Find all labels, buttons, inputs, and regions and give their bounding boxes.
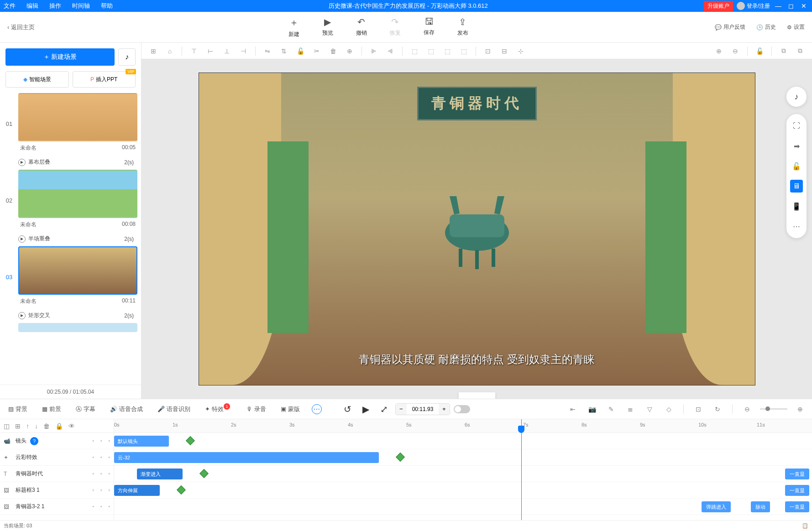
title-sign[interactable]: 青铜器时代 [417, 87, 537, 120]
lock-canvas-icon[interactable]: 🔓 [753, 45, 766, 57]
tool-预览[interactable]: ▶预览 [322, 16, 333, 38]
timeline-tracks[interactable]: 0s1s2s3s4s5s6s7s8s9s10s11s 默认镜头云-32渐变进入一… [114, 419, 812, 520]
scene-item-01[interactable]: 01 未命名00:05 [4, 93, 137, 155]
tl-del-icon[interactable]: 🗑 [43, 422, 50, 430]
scene-transition[interactable]: ▶半场重叠 2(s) [4, 233, 137, 246]
keyframe[interactable] [186, 436, 195, 445]
tl-icon-1[interactable]: ⇤ [566, 403, 579, 416]
canvas-viewport[interactable]: 📹 青铜器时代 青铜器以其质硬 耐磨损的特点 受到奴隶主的青睐 ♪ ⛶ ➡ 🔓 … [141, 59, 812, 399]
tl-lock-icon[interactable]: 🔒 [55, 422, 63, 430]
help-icon[interactable]: ? [30, 437, 38, 445]
clip[interactable]: 渐变进入 [137, 469, 183, 479]
tl-marker-icon[interactable]: ⊡ [692, 403, 705, 416]
time-plus-button[interactable]: + [439, 404, 450, 415]
menu-help[interactable]: 帮助 [101, 2, 113, 10]
align-mid-icon[interactable]: ⊢ [204, 45, 217, 57]
minimize-button[interactable]: — [774, 1, 783, 10]
zoom-in-icon[interactable]: ⊕ [712, 45, 725, 57]
ai-scene-button[interactable]: ◆智能场景 [5, 71, 69, 88]
scene-item-04[interactable] [4, 323, 137, 332]
track-label-云彩特效[interactable]: ✦云彩特效••• [0, 449, 114, 466]
time-minus-button[interactable]: − [396, 404, 407, 415]
dist-v-icon[interactable]: ⫷ [384, 45, 397, 57]
maximize-button[interactable]: ◻ [786, 1, 796, 10]
mobile-icon[interactable]: 📱 [790, 200, 803, 213]
copy-icon[interactable]: ⧉ [777, 45, 790, 57]
tool-新建[interactable]: ＋新建 [288, 16, 299, 38]
clipboard-icon[interactable]: 📋 [802, 523, 808, 529]
track-row[interactable]: 云-32 [114, 449, 812, 466]
center-icon[interactable]: ⊹ [514, 45, 527, 57]
zoom-slider[interactable] [760, 408, 787, 410]
track-badge[interactable]: 一直显 [785, 469, 809, 479]
scene-item-03[interactable]: 03 未命名00:11 [4, 246, 137, 308]
flip-v-icon[interactable]: ⇅ [278, 45, 290, 57]
login-button[interactable]: 登录/注册 [737, 2, 770, 10]
track-label-镜头[interactable]: 📹镜头?••• [0, 433, 114, 449]
target-icon[interactable]: ⊕ [343, 45, 356, 57]
collapse-handle[interactable]: ⌄ [459, 392, 495, 399]
crop-icon[interactable]: ✂ [310, 45, 323, 57]
tab-特效[interactable]: ✦特效1 [202, 403, 235, 415]
clip[interactable]: 默认镜头 [114, 436, 169, 447]
align-icon[interactable]: ⊣ [237, 45, 250, 57]
tab-录音[interactable]: 🎙录音 [244, 403, 269, 415]
tl-edit-icon[interactable]: ✎ [605, 403, 618, 416]
fullscreen-icon[interactable]: ⛶ [790, 120, 803, 132]
track-row[interactable]: 弹跳进入脉动一直显 [114, 499, 812, 515]
menu-edit[interactable]: 编辑 [26, 2, 38, 10]
playhead[interactable] [521, 419, 522, 520]
scene-thumb[interactable] [18, 93, 137, 141]
tl-eye-icon[interactable]: 👁 [68, 422, 75, 430]
canvas-frame[interactable]: 📹 青铜器时代 青铜器以其质硬 耐磨损的特点 受到奴隶主的青睐 [199, 73, 755, 385]
tl-new-icon[interactable]: ◫ [4, 422, 10, 430]
scene-transition[interactable]: ▶矩形交叉 2(s) [4, 310, 137, 323]
flip-h-icon[interactable]: ⇋ [261, 45, 274, 57]
front-icon[interactable]: ⬚ [408, 45, 421, 57]
track-label-青铜器时代[interactable]: T青铜器时代••• [0, 466, 114, 482]
play-button[interactable]: ▶ [359, 404, 373, 415]
tl-extra-icon[interactable]: ⋯ [312, 404, 322, 414]
clip[interactable]: 云-32 [114, 452, 379, 463]
scene-thumb[interactable] [18, 170, 137, 218]
tl-folder-icon[interactable]: ⊞ [15, 422, 21, 430]
track-badge[interactable]: 弹跳进入 [702, 501, 731, 512]
tab-前景[interactable]: ▦前景 [39, 403, 64, 415]
track-label-标题框3 1[interactable]: 🖼标题框3 1••• [0, 482, 114, 499]
tl-snapshot-icon[interactable]: 📷 [586, 403, 598, 416]
dist-h-icon[interactable]: ⫸ [367, 45, 380, 57]
tab-语音合成[interactable]: 🔊语音合成 [107, 403, 146, 415]
track-badge[interactable]: 脉动 [751, 501, 770, 512]
paste-icon[interactable]: ⧉ [794, 45, 807, 57]
tab-语音识别[interactable]: 🎤语音识别 [155, 403, 193, 415]
desktop-icon[interactable]: 🖥 [790, 180, 803, 193]
home-icon[interactable]: ⌂ [163, 45, 176, 57]
new-scene-button[interactable]: ＋ 新建场景 [5, 48, 115, 66]
time-input[interactable] [407, 406, 439, 412]
tl-layers-icon[interactable]: ≣ [624, 403, 637, 416]
scene-transition[interactable]: ▶幕布层叠 2(s) [4, 156, 137, 170]
scene-thumb[interactable] [18, 246, 137, 295]
rewind-button[interactable]: ↺ [340, 404, 355, 415]
lock-icon[interactable]: 🔓 [294, 45, 307, 57]
timeline-ruler[interactable]: 0s1s2s3s4s5s6s7s8s9s10s11s [114, 419, 812, 433]
rtool-历史[interactable]: 🕒历史 [756, 23, 776, 31]
tl-zoomout-icon[interactable]: ⊖ [741, 403, 754, 416]
tl-keyframe-icon[interactable]: ◇ [662, 403, 675, 416]
back-home-button[interactable]: ‹ 返回主页 [0, 23, 42, 31]
more-icon[interactable]: ⋯ [790, 220, 803, 233]
align-top-icon[interactable]: ⊤ [188, 45, 200, 57]
track-label-青铜器3-2 1[interactable]: 🖼青铜器3-2 1••• [0, 499, 114, 515]
keyframe[interactable] [177, 485, 186, 495]
tl-filter-icon[interactable]: ▽ [643, 403, 656, 416]
tab-字幕[interactable]: Ⓐ字幕 [73, 403, 98, 415]
align-bot-icon[interactable]: ⊥ [220, 45, 233, 57]
music-button[interactable]: ♪ [118, 48, 136, 66]
group-icon[interactable]: ⊡ [482, 45, 494, 57]
tl-down-icon[interactable]: ↓ [35, 422, 38, 430]
tl-loop-icon[interactable]: ↻ [711, 403, 724, 416]
scene-item-02[interactable]: 02 未命名00:08 [4, 170, 137, 231]
unlock-icon[interactable]: 🔓 [790, 160, 803, 172]
back-icon[interactable]: ⬚ [424, 45, 437, 57]
tool-保存[interactable]: 🖫保存 [424, 16, 435, 38]
